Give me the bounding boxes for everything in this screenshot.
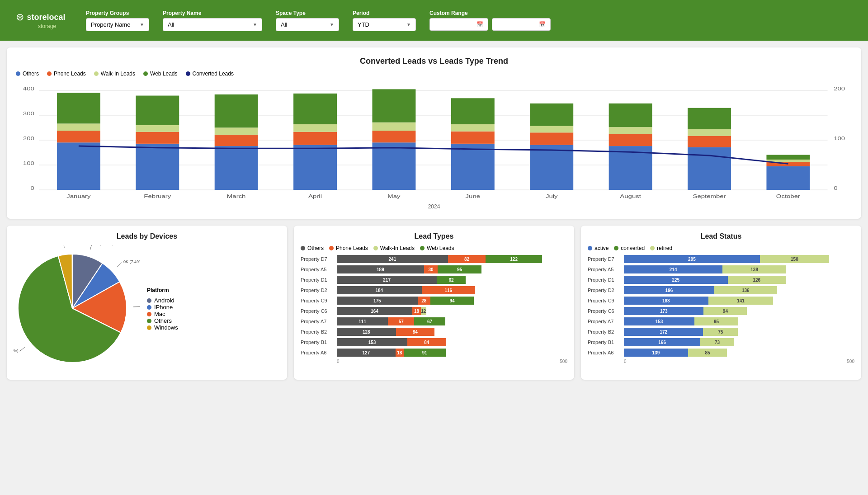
pie-label-line — [117, 262, 122, 267]
bar-segment — [57, 131, 100, 142]
ls-bar-stack: 173 94 — [624, 307, 854, 315]
date-to-input[interactable]: 📅 — [492, 18, 551, 31]
period-label: Period — [353, 10, 416, 16]
logo-icon: ⊛ — [16, 11, 24, 23]
pie-container: 0K (9.37%)0K (7.49%)1K (15.54%)2K (63.41… — [14, 245, 140, 373]
ls-legend-label: active — [594, 245, 609, 251]
ls-bar-stack: 225 126 — [624, 276, 854, 284]
property-name-select[interactable]: All ▼ — [163, 18, 262, 31]
bar-segment — [688, 129, 731, 136]
custom-range-filter: Custom Range 📅 📅 — [429, 10, 551, 31]
ls-bar-row: Property B1 166 73 — [588, 338, 854, 346]
lt-others-seg: 241 — [337, 255, 448, 263]
bar-segment — [451, 124, 495, 132]
lt-phone-seg: 84 — [396, 328, 435, 336]
bar-segment — [57, 123, 100, 131]
pie-legend-dot — [147, 305, 151, 310]
property-groups-select[interactable]: Property Name ▼ — [86, 18, 149, 31]
legend-label: Phone Leads — [54, 71, 86, 77]
space-type-label: Space Type — [276, 10, 339, 16]
date-from-input[interactable]: 📅 — [429, 18, 488, 31]
period-select[interactable]: YTD ▼ — [353, 18, 416, 31]
calendar-icon: 📅 — [476, 21, 483, 28]
svg-text:100: 100 — [23, 160, 34, 166]
lt-phone-seg: 116 — [422, 286, 475, 294]
lt-row-label: Property A5 — [301, 267, 337, 272]
lt-bar-stack: 217 62 — [337, 276, 567, 284]
ls-active-seg: 172 — [624, 328, 703, 336]
month-label: February — [144, 193, 171, 199]
lead-status-axis: 0 500 — [588, 359, 854, 364]
ls-axis-max: 500 — [847, 359, 854, 364]
lt-others-seg: 111 — [337, 317, 388, 325]
lt-legend-label: Others — [307, 245, 324, 251]
lt-phone-seg: 57 — [388, 317, 414, 325]
chevron-down-icon: ▼ — [140, 22, 144, 27]
bottom-panels: Leads by Devices 0K (9.37%)0K (7.49%)1K … — [7, 226, 861, 380]
lt-row-label: Property A7 — [301, 319, 337, 324]
lt-others-seg: 184 — [337, 286, 422, 294]
lt-phone-seg: 30 — [424, 265, 438, 273]
lt-row-label: Property B2 — [301, 329, 337, 335]
bar-segment — [372, 123, 415, 131]
ls-bar-row: Property C9 183 141 — [588, 297, 854, 305]
bar-segment — [530, 126, 573, 133]
converted-leads-line — [79, 146, 788, 164]
ls-active-seg: 225 — [624, 276, 728, 284]
lt-legend-dot — [301, 246, 305, 250]
property-groups-value: Property Name — [91, 21, 130, 28]
pie-legend-label: Others — [154, 317, 172, 324]
bar-segment — [293, 132, 337, 145]
space-type-value: All — [281, 21, 287, 28]
pie-legend-dot — [147, 312, 151, 316]
lt-bar-stack: 127 18 91 — [337, 349, 567, 357]
main-content: Converted Leads vs Leads Type Trend Othe… — [0, 41, 868, 387]
bar-segment — [215, 146, 258, 190]
lt-web-seg: 91 — [404, 349, 446, 357]
lt-bar-stack: 153 84 — [337, 338, 567, 346]
bar-segment — [136, 125, 179, 132]
bar-segment — [688, 147, 731, 190]
pie-legend-dot — [147, 325, 151, 330]
lead-types-axis: 0 500 — [301, 359, 567, 364]
ls-bar-stack: 139 85 — [624, 349, 854, 357]
lt-bar-stack: 111 57 67 — [337, 317, 567, 325]
lt-web-seg: 94 — [430, 297, 474, 305]
lt-legend-label: Web Leads — [427, 245, 454, 251]
bar-segment — [293, 145, 337, 190]
devices-title: Leads by Devices — [14, 232, 280, 240]
month-label: May — [387, 193, 401, 199]
legend-label: Others — [23, 71, 39, 77]
ls-row-label: Property A7 — [588, 319, 624, 324]
month-label: March — [227, 193, 246, 199]
lt-others-seg: 128 — [337, 328, 396, 336]
ls-bar-row: Property C6 173 94 — [588, 307, 854, 315]
ls-legend-label: converted — [621, 245, 645, 251]
space-type-select[interactable]: All ▼ — [276, 18, 339, 31]
bar-segment — [293, 94, 337, 124]
month-label: June — [466, 193, 480, 199]
bar-segment — [136, 96, 179, 125]
lead-status-panel: Lead Status activeconvertedretired Prope… — [581, 226, 861, 380]
lt-bar-stack: 164 18 12 — [337, 307, 567, 315]
ls-legend-item: active — [588, 245, 609, 251]
lt-web-seg: 67 — [414, 317, 445, 325]
legend-label: Web Leads — [150, 71, 178, 77]
lt-bar-row: Property C6 164 18 12 — [301, 307, 567, 315]
calendar-icon2: 📅 — [539, 21, 546, 28]
lt-bar-row: Property A5 189 30 95 — [301, 265, 567, 273]
ls-row-label: Property C9 — [588, 298, 624, 303]
lt-bar-stack: 175 28 94 — [337, 297, 567, 305]
ls-bar-stack: 172 75 — [624, 328, 854, 336]
ls-legend-item: retired — [650, 245, 672, 251]
lt-row-label: Property B1 — [301, 339, 337, 345]
bar-segment — [372, 142, 415, 190]
pie-legend-label: Windows — [154, 324, 178, 331]
ls-bar-row: Property D7 295 150 — [588, 255, 854, 263]
lt-bar-stack: 184 116 — [337, 286, 567, 294]
ls-axis-zero: 0 — [624, 359, 627, 364]
platform-label: Platform — [147, 287, 178, 293]
lt-legend-dot — [373, 246, 378, 250]
lt-others-seg: 175 — [337, 297, 418, 305]
pie-legend-label: IPhone — [154, 304, 173, 311]
